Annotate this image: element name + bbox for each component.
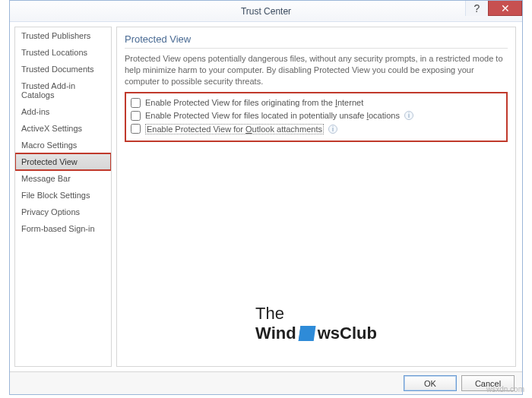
sidebar-item-label: Privacy Options: [21, 207, 80, 216]
cancel-button[interactable]: Cancel: [461, 375, 515, 391]
help-icon: ?: [474, 2, 480, 14]
sidebar-item-protected-view[interactable]: Protected View: [15, 153, 111, 170]
sidebar-item-file-block-settings[interactable]: File Block Settings: [15, 187, 111, 204]
option-label-0: Enable Protected View for files originat…: [145, 98, 363, 107]
sidebar-item-activex-settings[interactable]: ActiveX Settings: [15, 120, 111, 137]
sidebar-item-label: Form-based Sign-in: [21, 224, 95, 233]
titlebar-buttons: ? ✕: [465, 1, 522, 16]
option-row-1[interactable]: Enable Protected View for files located …: [131, 109, 502, 122]
option-checkbox-1[interactable]: [131, 111, 141, 121]
section-description: Protected View opens potentially dangero…: [125, 53, 508, 87]
section-divider: [125, 48, 508, 49]
info-icon[interactable]: i: [404, 111, 413, 120]
sidebar-item-trusted-locations[interactable]: Trusted Locations: [15, 44, 111, 61]
ok-button[interactable]: OK: [404, 375, 457, 391]
option-label-1: Enable Protected View for files located …: [145, 111, 400, 120]
client-area: Trusted PublishersTrusted LocationsTrust…: [10, 22, 522, 371]
sidebar-item-add-ins[interactable]: Add-ins: [15, 103, 111, 120]
section-heading: Protected View: [125, 32, 508, 48]
option-checkbox-2[interactable]: [131, 124, 141, 134]
watermark-line1: The: [255, 304, 377, 324]
sidebar-item-trusted-documents[interactable]: Trusted Documents: [15, 61, 111, 77]
sidebar-item-label: Message Bar: [21, 174, 71, 183]
help-button[interactable]: ?: [465, 1, 488, 16]
close-icon: ✕: [501, 2, 510, 14]
sidebar-item-label: File Block Settings: [21, 191, 90, 200]
sidebar-item-trusted-add-in-catalogs[interactable]: Trusted Add-in Catalogs: [15, 77, 111, 103]
watermark: The Wind wsClub: [255, 304, 377, 343]
dialog-window: Trust Center ? ✕ Trusted PublishersTrust…: [9, 0, 523, 395]
sidebar-item-label: Trusted Publishers: [21, 31, 90, 40]
sidebar-item-label: ActiveX Settings: [21, 124, 82, 133]
close-button[interactable]: ✕: [488, 1, 522, 16]
sidebar-item-message-bar[interactable]: Message Bar: [15, 170, 111, 187]
dialog-footer: OK Cancel: [10, 371, 522, 394]
sidebar-item-label: Add-ins: [21, 107, 49, 116]
sidebar-item-label: Trusted Add-in Catalogs: [21, 81, 75, 100]
sidebar-item-form-based-sign-in[interactable]: Form-based Sign-in: [15, 220, 111, 237]
sidebar: Trusted PublishersTrusted LocationsTrust…: [14, 27, 112, 367]
sidebar-item-label: Macro Settings: [21, 141, 77, 150]
option-checkbox-0[interactable]: [131, 98, 141, 108]
watermark-line2: Wind wsClub: [255, 324, 377, 343]
sidebar-item-macro-settings[interactable]: Macro Settings: [15, 137, 111, 153]
titlebar: Trust Center ? ✕: [10, 1, 522, 22]
sidebar-item-label: Trusted Documents: [21, 65, 94, 74]
windowsclub-logo-icon: [298, 326, 315, 341]
option-label-2: Enable Protected View for Outlook attach…: [145, 124, 324, 134]
protected-view-options: Enable Protected View for files originat…: [125, 92, 508, 142]
option-row-2[interactable]: Enable Protected View for Outlook attach…: [131, 122, 502, 136]
window-title: Trust Center: [241, 6, 291, 17]
sidebar-item-label: Protected View: [21, 157, 78, 166]
main-panel: Protected View Protected View opens pote…: [116, 27, 516, 367]
sidebar-item-label: Trusted Locations: [21, 48, 87, 57]
sidebar-item-trusted-publishers[interactable]: Trusted Publishers: [15, 27, 111, 44]
sidebar-item-privacy-options[interactable]: Privacy Options: [15, 204, 111, 220]
info-icon[interactable]: i: [328, 125, 337, 134]
option-row-0[interactable]: Enable Protected View for files originat…: [131, 96, 502, 109]
